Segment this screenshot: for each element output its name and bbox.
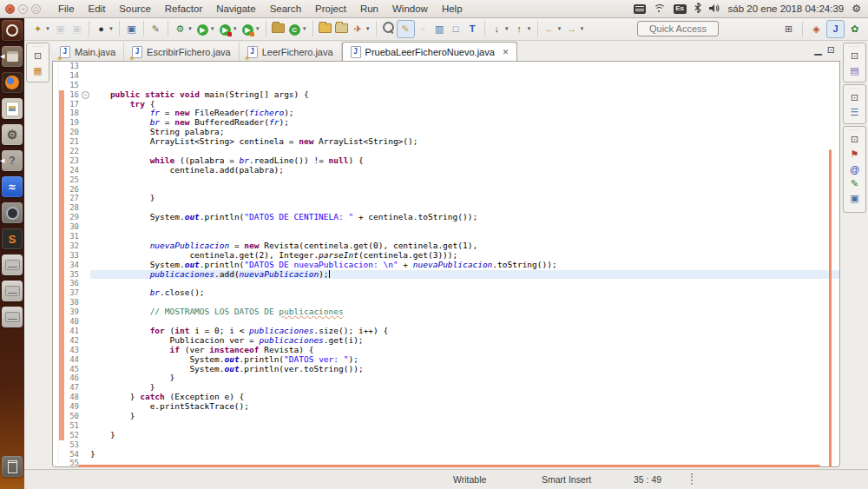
- restore-view-button[interactable]: ⊡: [846, 132, 863, 147]
- outline-button[interactable]: ☰: [846, 105, 863, 120]
- tab-PruebaLeerFicheroNuevo.java[interactable]: JPruebaLeerFicheroNuevo.java✕: [342, 42, 518, 62]
- menu-window[interactable]: Window: [385, 2, 435, 16]
- camera-app-icon[interactable]: [2, 202, 23, 223]
- disk-drive-3-icon[interactable]: [2, 307, 23, 327]
- menu-edit[interactable]: Edit: [82, 2, 113, 16]
- prev-annotation-button[interactable]: ↑▼: [511, 20, 534, 38]
- vertical-scrollbar[interactable]: [829, 149, 832, 467]
- tab-Main.java[interactable]: J▲Main.java: [52, 43, 124, 61]
- link-editor-button[interactable]: ▥: [431, 20, 448, 38]
- team-perspective-button[interactable]: ◈: [808, 20, 825, 38]
- collapse-icon[interactable]: −: [82, 91, 89, 99]
- restore-view-button[interactable]: ⊡: [846, 49, 863, 63]
- menu-file[interactable]: File: [51, 2, 82, 16]
- declaration-button[interactable]: ✎: [846, 176, 863, 191]
- menu-help[interactable]: Help: [435, 2, 470, 16]
- open-perspective-button[interactable]: ⊞: [780, 20, 797, 38]
- disk-drive-1-icon[interactable]: [2, 254, 23, 275]
- code-line[interactable]: 53: [53, 440, 839, 450]
- oscilloscope-app-icon[interactable]: ≈: [2, 176, 23, 197]
- debug-perspective-button[interactable]: ✿: [846, 20, 863, 38]
- code-line[interactable]: 54}: [53, 450, 839, 459]
- session-gear-icon[interactable]: ⚙: [852, 3, 861, 14]
- tab-LeerFichero.java[interactable]: J▲LeerFichero.java: [240, 43, 342, 61]
- menu-search[interactable]: Search: [263, 2, 308, 16]
- debug-button[interactable]: ⚙▼: [172, 20, 194, 38]
- new-wizard-button[interactable]: ✦▼: [30, 20, 52, 38]
- menu-run[interactable]: Run: [353, 2, 385, 16]
- package-explorer-button[interactable]: ▦: [30, 63, 46, 78]
- dropdown-arrow-icon[interactable]: ▼: [187, 26, 193, 31]
- dropdown-arrow-icon[interactable]: ▼: [504, 26, 510, 31]
- task-user-button[interactable]: ●▼: [93, 20, 115, 38]
- menu-refactor[interactable]: Refactor: [158, 2, 209, 16]
- folder-button[interactable]: [333, 20, 350, 38]
- code-line[interactable]: 52 }: [53, 431, 839, 440]
- close-window-icon[interactable]: ✕: [5, 4, 15, 14]
- file-manager-icon[interactable]: ◀: [2, 46, 23, 67]
- pencil-button[interactable]: ✎: [148, 20, 164, 38]
- mark-occurrences-button[interactable]: ✎: [397, 20, 415, 38]
- rocket-button[interactable]: ✈▼: [350, 20, 372, 38]
- dropdown-arrow-icon[interactable]: ▼: [557, 26, 562, 31]
- code-line[interactable]: 27 }: [53, 194, 839, 203]
- eclipse-window-icon[interactable]: ?◀: [2, 150, 23, 171]
- status-grip[interactable]: [691, 473, 693, 485]
- code-line[interactable]: 13: [53, 62, 839, 71]
- disk-drive-2-icon[interactable]: [2, 281, 23, 301]
- dropdown-arrow-icon[interactable]: ▼: [579, 26, 584, 31]
- clock[interactable]: sáb 20 ene 2018 04:24:39: [728, 3, 845, 14]
- window-button[interactable]: □: [448, 20, 464, 38]
- code-line[interactable]: 16− public static void main(String[] arg…: [53, 90, 839, 100]
- dropdown-arrow-icon[interactable]: ▼: [302, 26, 307, 31]
- problems-button[interactable]: ⚑: [846, 147, 863, 162]
- dropdown-arrow-icon[interactable]: ▼: [45, 26, 50, 31]
- firefox-icon[interactable]: [2, 72, 23, 93]
- restore-view-button[interactable]: ⊡: [846, 90, 863, 105]
- code-editor[interactable]: 13141516− public static void main(String…: [52, 61, 840, 467]
- dropdown-arrow-icon[interactable]: ▼: [108, 26, 114, 31]
- back-button[interactable]: ←▼: [542, 20, 564, 38]
- code-line[interactable]: 21 ArrayList<String> centinela = new Arr…: [53, 137, 839, 147]
- coverage-button[interactable]: ▶▼: [217, 20, 240, 38]
- show-source-button[interactable]: T: [464, 20, 481, 38]
- minimize-editor-icon[interactable]: ▁: [814, 43, 821, 56]
- code-line[interactable]: 24 centinela.add(palabra);: [53, 166, 839, 175]
- code-line[interactable]: 14: [53, 71, 839, 81]
- menu-navigate[interactable]: Navigate: [209, 2, 262, 16]
- sublime-text-icon[interactable]: S: [2, 228, 23, 249]
- window-list-icon[interactable]: [634, 4, 646, 14]
- menu-source[interactable]: Source: [112, 2, 157, 16]
- code-line[interactable]: 49 e.printStackTrace();: [53, 402, 839, 412]
- new-class-button[interactable]: C▼: [286, 20, 309, 38]
- code-line[interactable]: 37 br.close();: [53, 288, 839, 298]
- dropdown-arrow-icon[interactable]: ▼: [527, 26, 532, 31]
- next-annotation-button[interactable]: ↓▼: [489, 20, 511, 38]
- restore-view-button[interactable]: ⊡: [30, 49, 46, 63]
- maximize-window-icon[interactable]: □: [31, 4, 41, 14]
- java-perspective-button[interactable]: J: [826, 20, 845, 38]
- code-line[interactable]: 25: [53, 175, 839, 185]
- folder-open-button[interactable]: [317, 20, 333, 38]
- console-view-button[interactable]: ▣: [846, 191, 863, 206]
- bluetooth-icon[interactable]: [694, 1, 701, 17]
- tab-EscribirFichero.java[interactable]: J▲EscribirFichero.java: [124, 43, 240, 61]
- menu-project[interactable]: Project: [308, 2, 353, 16]
- ubuntu-dash-icon[interactable]: [2, 20, 23, 41]
- task-list-button[interactable]: ▤: [846, 63, 863, 78]
- java-search-button[interactable]: [380, 20, 397, 38]
- libreoffice-document-icon[interactable]: [2, 98, 23, 119]
- forward-button[interactable]: →▼: [563, 20, 586, 38]
- code-line[interactable]: 46 }: [53, 373, 839, 383]
- close-tab-icon[interactable]: ✕: [503, 48, 510, 56]
- system-settings-icon[interactable]: ⚙: [2, 124, 23, 145]
- code-line[interactable]: 29 System.out.println("DATOS DE CENTINEL…: [53, 213, 839, 222]
- run-button[interactable]: ▶▼: [194, 20, 217, 38]
- console-button[interactable]: ▣: [123, 20, 140, 38]
- fold-ruler[interactable]: −: [81, 90, 90, 100]
- code-line[interactable]: 50 }: [53, 412, 839, 421]
- keyboard-layout-badge[interactable]: Es: [674, 4, 687, 14]
- code-line[interactable]: 51: [53, 421, 839, 431]
- minimize-window-icon[interactable]: −: [18, 4, 28, 14]
- code-line[interactable]: 39 // MOSTRAMOS LOS DATOS DE publicacion…: [53, 307, 839, 317]
